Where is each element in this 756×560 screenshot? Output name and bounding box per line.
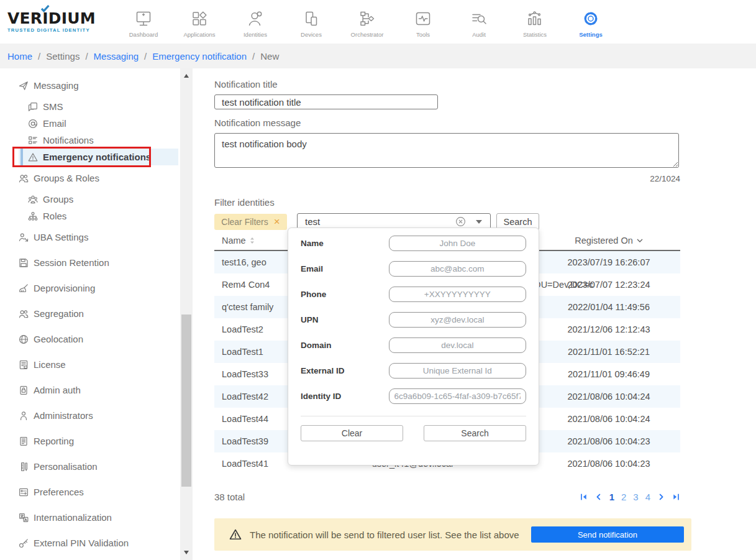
sidebar-item-roles[interactable]: Roles bbox=[19, 208, 178, 224]
notification-title-input[interactable] bbox=[214, 94, 438, 109]
domain-filter-input[interactable] bbox=[389, 337, 526, 353]
sidebar-item-label: Notifications bbox=[43, 135, 94, 145]
sidebar-item-label: Personalisation bbox=[34, 461, 98, 472]
sidebar-item-email[interactable]: Email bbox=[19, 115, 178, 132]
sidebar-item-groups[interactable]: Groups bbox=[19, 191, 178, 208]
tools-icon bbox=[395, 9, 451, 28]
page-number-3[interactable]: 3 bbox=[633, 492, 638, 502]
nav-applications[interactable]: Applications bbox=[171, 6, 227, 38]
nav-dashboard[interactable]: Dashboard bbox=[116, 6, 171, 38]
person-icon bbox=[19, 411, 29, 421]
cell-name: LoadTest44 bbox=[214, 414, 288, 424]
sidebar-item-administrators[interactable]: Administrators bbox=[19, 407, 178, 424]
external-id-filter-input[interactable] bbox=[389, 363, 526, 379]
notification-title-label: Notification title bbox=[214, 79, 691, 90]
scrollbar-thumb[interactable] bbox=[181, 314, 191, 487]
breadcrumb-messaging[interactable]: Messaging bbox=[94, 51, 139, 62]
name-filter-input[interactable] bbox=[389, 236, 526, 251]
last-page-icon[interactable] bbox=[672, 493, 680, 501]
sidebar-item-geolocation[interactable]: Geolocation bbox=[19, 331, 178, 347]
popup-label-upn: UPN bbox=[301, 315, 389, 324]
nav-label: Dashboard bbox=[116, 31, 171, 38]
sliders-icon bbox=[19, 487, 29, 497]
first-page-icon[interactable] bbox=[580, 493, 588, 501]
sidebar-item-notifications[interactable]: Notifications bbox=[19, 132, 178, 149]
send-notification-button[interactable]: Send notification bbox=[531, 526, 684, 543]
nav-label: Statistics bbox=[507, 31, 563, 38]
sidebar-item-preferences[interactable]: Preferences bbox=[19, 484, 178, 500]
cell-name: LoadTest33 bbox=[214, 369, 288, 379]
upn-filter-input[interactable] bbox=[389, 312, 526, 328]
sidebar-item-emergency-notifications[interactable]: Emergency notifications bbox=[19, 149, 178, 165]
page-number-2[interactable]: 2 bbox=[621, 492, 626, 502]
nav-tools[interactable]: Tools bbox=[395, 6, 451, 38]
popup-label-email: Email bbox=[301, 264, 389, 273]
sms-icon bbox=[28, 102, 38, 112]
cell-name: LoadTest1 bbox=[214, 347, 288, 357]
popup-field-row: UPN bbox=[301, 312, 526, 328]
nav-label: Identities bbox=[227, 31, 283, 38]
sidebar-item-personalisation[interactable]: Personalisation bbox=[19, 458, 178, 475]
popup-search-button[interactable]: Search bbox=[424, 425, 526, 441]
page-number-1[interactable]: 1 bbox=[609, 492, 614, 502]
ruler-icon bbox=[19, 462, 29, 472]
cell-name: LoadTest42 bbox=[214, 392, 288, 402]
sidebar-item-license[interactable]: License bbox=[19, 356, 178, 373]
sidebar-item-admin-auth[interactable]: Admin auth bbox=[19, 382, 178, 398]
nav-settings[interactable]: Settings bbox=[563, 6, 619, 38]
page-number-4[interactable]: 4 bbox=[645, 492, 650, 502]
clear-filters-chip[interactable]: Clear Filters × bbox=[214, 214, 287, 230]
uba-icon bbox=[19, 232, 29, 242]
sidebar-item-session-retention[interactable]: Session Retention bbox=[19, 254, 178, 271]
brand-name: VERIDIUM bbox=[7, 11, 106, 27]
breadcrumb-home[interactable]: Home bbox=[7, 51, 32, 62]
email-filter-input[interactable] bbox=[389, 261, 526, 277]
sidebar-item-label: Admin auth bbox=[34, 385, 81, 395]
identities-icon bbox=[227, 9, 283, 28]
sidebar-item-messaging[interactable]: Messaging bbox=[19, 77, 178, 94]
previous-page-icon[interactable] bbox=[594, 493, 603, 501]
sidebar-item-label: Groups bbox=[43, 194, 73, 204]
sidebar-item-segregation[interactable]: Segregation bbox=[19, 305, 178, 322]
phone-filter-input[interactable] bbox=[389, 287, 526, 302]
broom-icon bbox=[19, 283, 29, 293]
cell-name: Rem4 Con4 bbox=[214, 280, 288, 290]
sidebar-item-internationalization[interactable]: Internationalization bbox=[19, 509, 178, 526]
close-icon[interactable]: × bbox=[274, 216, 280, 227]
sidebar-scrollbar[interactable] bbox=[180, 68, 193, 560]
nav-audit[interactable]: Audit bbox=[451, 6, 507, 38]
chevron-down-icon[interactable] bbox=[476, 220, 482, 224]
scroll-up-icon[interactable] bbox=[184, 74, 189, 78]
clear-search-icon[interactable] bbox=[455, 216, 466, 227]
nav-label: Devices bbox=[283, 31, 339, 38]
warning-icon bbox=[28, 152, 38, 162]
sidebar-item-external-pin-validation[interactable]: External PIN Validation bbox=[19, 535, 178, 551]
registered-on-column-header[interactable]: Registered On bbox=[537, 236, 680, 246]
sidebar-item-sms[interactable]: SMS bbox=[19, 98, 178, 115]
scroll-down-icon[interactable] bbox=[184, 551, 189, 554]
nav-orchestrator[interactable]: Orchestrator bbox=[339, 6, 395, 38]
sidebar-item-label: External PIN Validation bbox=[34, 538, 129, 548]
sidebar-item-deprovisioning[interactable]: Deprovisioning bbox=[19, 280, 178, 296]
name-column-header[interactable]: Name bbox=[214, 236, 288, 246]
top-header: VERIDIUM TRUSTED DIGITAL IDENTITY Dashbo… bbox=[0, 0, 756, 44]
cell-registered-on: 2021/08/06 10:04:23 bbox=[537, 459, 680, 469]
warning-banner: The notification will be send to filtere… bbox=[214, 518, 691, 551]
sidebar-item-groups-roles[interactable]: Groups & Roles bbox=[19, 170, 178, 186]
banner-message: The notification will be send to filtere… bbox=[250, 530, 519, 540]
nav-statistics[interactable]: Statistics bbox=[507, 6, 563, 38]
clear-filters-label: Clear Filters bbox=[221, 217, 268, 227]
nav-devices[interactable]: Devices bbox=[283, 6, 339, 38]
sidebar-item-uba-settings[interactable]: UBA Settings bbox=[19, 229, 178, 246]
next-page-icon[interactable] bbox=[657, 493, 665, 501]
breadcrumb-emergency-notification[interactable]: Emergency notification bbox=[152, 51, 247, 62]
sidebar-item-reporting[interactable]: Reporting bbox=[19, 433, 178, 449]
warning-icon bbox=[229, 528, 242, 541]
notification-message-textarea[interactable]: test notification body bbox=[214, 133, 679, 168]
roles-icon bbox=[28, 211, 38, 221]
popup-field-row: Phone bbox=[301, 287, 526, 302]
identity-id-filter-input[interactable] bbox=[389, 388, 526, 404]
nav-identities[interactable]: Identities bbox=[227, 6, 283, 38]
popup-clear-button[interactable]: Clear bbox=[301, 425, 403, 441]
audit-icon bbox=[451, 9, 507, 28]
